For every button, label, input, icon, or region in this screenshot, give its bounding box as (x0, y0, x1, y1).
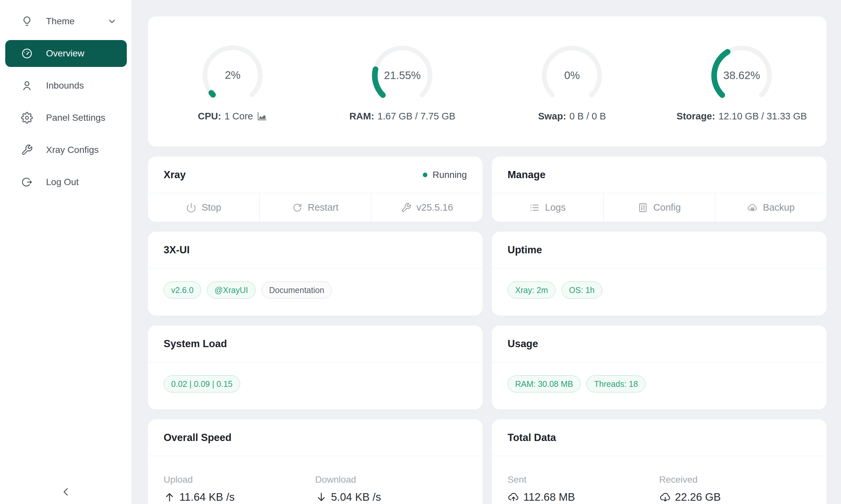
gear-icon (21, 112, 33, 124)
sidebar-item-log-out[interactable]: Log Out (5, 169, 127, 196)
sent-label: Sent (508, 474, 659, 485)
total-data-header: Total Data (492, 419, 826, 456)
cloud-upload-icon (508, 491, 519, 503)
stop-button[interactable]: Stop (148, 193, 259, 222)
sidebar-item-label: Overview (46, 48, 84, 59)
data-stats: Sent 112.68 MB Received (492, 456, 826, 504)
version-tag[interactable]: v2.6.0 (164, 282, 201, 299)
gauge-ram: 21.55% RAM: 1.67 GB / 7.75 GB (318, 42, 487, 122)
gauge-swap: 0% Swap: 0 B / 0 B (487, 42, 657, 122)
sidebar-item-label: Log Out (46, 177, 79, 187)
cpu-percent: 2% (195, 69, 270, 82)
sidebar-item-overview[interactable]: Overview (5, 40, 127, 67)
running-status-label: Running (433, 169, 467, 180)
manage-card: Manage Logs (492, 157, 826, 222)
area-chart-icon[interactable] (256, 111, 268, 122)
sidebar-item-inbounds[interactable]: Inbounds (5, 72, 127, 99)
xray-card: Xray Running Stop (148, 157, 483, 222)
xray-card-header: Xray Running (148, 157, 483, 193)
storage-gauge-arc: 38.62% (704, 42, 779, 107)
xrayui-link-tag[interactable]: @XrayUI (207, 282, 256, 299)
upload-value: 11.64 KB /s (164, 491, 315, 503)
xray-actions: Stop Restart (148, 193, 483, 222)
sidebar-item-xray-configs[interactable]: Xray Configs (5, 137, 127, 163)
chevron-left-icon (59, 485, 72, 499)
restart-button[interactable]: Restart (259, 193, 371, 222)
row-speed-data: Overall Speed Upload 11.64 KB /s Downl (148, 419, 826, 504)
main-content: 2% CPU: 1 Core (132, 0, 841, 504)
swap-label: Swap: 0 B / 0 B (538, 111, 606, 122)
gauge-cpu: 2% CPU: 1 Core (148, 41, 318, 122)
user-icon (21, 80, 33, 92)
overall-speed-card: Overall Speed Upload 11.64 KB /s Downl (148, 419, 483, 504)
storage-label: Storage: 12.10 GB / 31.33 GB (676, 111, 807, 122)
upload-label: Upload (164, 474, 315, 485)
sidebar: Theme Overview (0, 0, 132, 504)
restart-icon (292, 202, 303, 213)
usage-tags: RAM: 30.08 MB Threads: 18 (492, 362, 826, 410)
app-root: Theme Overview (0, 0, 841, 504)
download-label: Download (315, 474, 467, 485)
sidebar-nav: Theme Overview (0, 8, 132, 196)
speed-stats: Upload 11.64 KB /s Download (148, 456, 483, 504)
sidebar-item-theme[interactable]: Theme (5, 8, 127, 35)
arrow-up-icon (164, 491, 175, 503)
overall-speed-title: Overall Speed (164, 432, 231, 444)
system-load-header: System Load (148, 325, 483, 362)
uptime-card: Uptime Xray: 2m OS: 1h (492, 232, 826, 316)
sent-stat: Sent 112.68 MB (508, 474, 659, 503)
logs-button[interactable]: Logs (492, 193, 603, 222)
received-stat: Received 22.26 GB (659, 474, 811, 503)
cloud-backup-icon (747, 202, 758, 213)
usage-card-header: Usage (492, 325, 826, 362)
lightbulb-icon (21, 15, 33, 27)
download-value: 5.04 KB /s (315, 491, 467, 503)
xray-card-title: Xray (164, 169, 186, 181)
config-button[interactable]: Config (603, 193, 715, 222)
cpu-gauge-arc: 2% (195, 41, 270, 107)
ram-usage-badge: RAM: 30.08 MB (508, 375, 581, 393)
xui-card-title: 3X-UI (164, 244, 190, 256)
sent-value: 112.68 MB (508, 491, 659, 503)
xui-card: 3X-UI v2.6.0 @XrayUI Documentation (148, 232, 483, 316)
cpu-label: CPU: 1 Core (198, 111, 268, 122)
gauge-storage: 38.62% Storage: 12.10 GB / 31.33 GB (657, 42, 827, 122)
xui-tags: v2.6.0 @XrayUI Documentation (148, 268, 483, 316)
sidebar-item-panel-settings[interactable]: Panel Settings (5, 104, 127, 131)
sidebar-item-label: Panel Settings (46, 112, 105, 123)
upload-stat: Upload 11.64 KB /s (164, 474, 315, 503)
logout-icon (21, 176, 33, 188)
total-data-card: Total Data Sent 112.68 MB (492, 419, 826, 504)
ram-percent: 21.55% (365, 69, 440, 82)
row-load-usage: System Load 0.02 | 0.09 | 0.15 Usage RAM… (148, 325, 826, 410)
sidebar-collapse-button[interactable] (0, 485, 132, 499)
sidebar-item-label: Theme (46, 16, 74, 26)
xray-uptime-badge: Xray: 2m (508, 282, 555, 299)
system-gauges-card: 2% CPU: 1 Core (148, 16, 826, 147)
row-xray-manage: Xray Running Stop (148, 157, 826, 222)
arrow-down-icon (315, 491, 327, 503)
received-label: Received (659, 474, 811, 485)
backup-button[interactable]: Backup (715, 193, 826, 222)
documentation-link-tag[interactable]: Documentation (261, 282, 332, 299)
sliders-icon (638, 202, 648, 213)
overall-speed-header: Overall Speed (148, 419, 483, 456)
uptime-card-title: Uptime (508, 244, 542, 256)
manage-card-title: Manage (508, 169, 545, 181)
total-data-title: Total Data (508, 432, 556, 444)
running-status-dot (423, 173, 427, 177)
system-load-tags: 0.02 | 0.09 | 0.15 (148, 362, 483, 410)
wrench-icon (21, 144, 33, 156)
threads-badge: Threads: 18 (586, 375, 645, 393)
xray-version-button[interactable]: v25.5.16 (371, 193, 483, 222)
list-icon (529, 202, 540, 213)
row-xui-uptime: 3X-UI v2.6.0 @XrayUI Documentation Uptim… (148, 232, 826, 316)
system-load-card: System Load 0.02 | 0.09 | 0.15 (148, 325, 483, 410)
manage-card-header: Manage (492, 157, 826, 193)
download-stat: Download 5.04 KB /s (315, 474, 467, 503)
wrench-icon (401, 202, 411, 213)
power-icon (186, 202, 196, 213)
sidebar-item-label: Xray Configs (46, 145, 99, 155)
received-value: 22.26 GB (659, 491, 811, 503)
chevron-down-icon (107, 16, 117, 26)
